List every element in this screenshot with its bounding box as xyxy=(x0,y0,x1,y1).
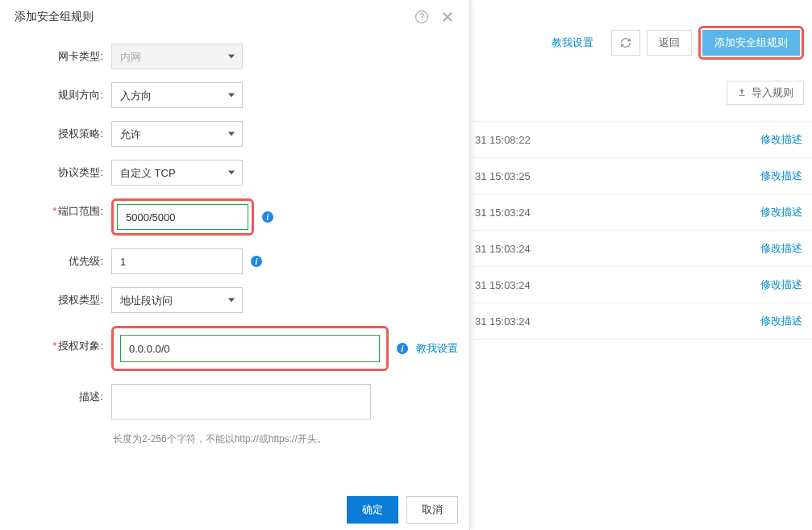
proto-type-select[interactable]: 自定义 TCP xyxy=(111,160,243,186)
cancel-button[interactable]: 取消 xyxy=(406,496,458,524)
rule-dir-select[interactable]: 入方向 xyxy=(111,82,243,108)
auth-type-select[interactable]: 地址段访问 xyxy=(111,287,243,313)
info-icon[interactable]: i xyxy=(397,343,408,354)
row-time: 31 15:03:25 xyxy=(475,170,531,182)
table-row: 31 15:03:24 修改描述 xyxy=(472,194,812,231)
back-button[interactable]: 返回 xyxy=(647,30,692,56)
add-rule-dialog: 添加安全组规则 网卡类型: 内网 规则方向: xyxy=(0,0,470,530)
port-range-highlight xyxy=(111,198,254,236)
row-auth-policy: 授权策略: 允许 xyxy=(0,121,469,147)
label-auth-policy: 授权策略: xyxy=(0,121,111,141)
priority-input[interactable] xyxy=(111,248,243,274)
nic-type-select: 内网 xyxy=(111,44,243,69)
label-description: 描述: xyxy=(0,384,111,404)
svg-point-1 xyxy=(421,20,422,21)
dialog-header-icons xyxy=(414,10,455,24)
row-time: 31 15:03:24 xyxy=(475,279,531,291)
description-textarea[interactable] xyxy=(111,384,371,419)
label-priority: 优先级: xyxy=(0,248,111,269)
label-auth-type: 授权类型: xyxy=(0,287,111,307)
dialog-body: 网卡类型: 内网 规则方向: 入方向 授权策略: xyxy=(0,35,469,446)
add-rule-button[interactable]: 添加安全组规则 xyxy=(702,30,800,56)
row-rule-dir: 规则方向: 入方向 xyxy=(0,82,469,108)
row-time: 31 15:03:24 xyxy=(475,243,531,255)
row-action-link[interactable]: 修改描述 xyxy=(760,205,802,219)
label-port-range: *端口范围: xyxy=(0,198,111,219)
row-time: 31 15:08:22 xyxy=(475,134,531,146)
auth-policy-select[interactable]: 允许 xyxy=(111,121,243,147)
info-icon[interactable]: i xyxy=(262,211,273,223)
bg-table: 31 15:08:22 修改描述 31 15:03:25 修改描述 31 15:… xyxy=(472,121,812,340)
row-auth-object: *授权对象: i 教我设置 xyxy=(0,326,469,371)
add-rule-highlight: 添加安全组规则 xyxy=(698,26,804,60)
import-rules-label: 导入规则 xyxy=(752,86,793,100)
import-rules-button[interactable]: 导入规则 xyxy=(727,81,804,105)
row-proto-type: 协议类型: 自定义 TCP xyxy=(0,160,469,186)
label-nic-type: 网卡类型: xyxy=(0,44,111,64)
dialog-footer: 确定 取消 xyxy=(347,496,458,524)
row-priority: 优先级: i xyxy=(0,248,469,274)
row-action-link[interactable]: 修改描述 xyxy=(760,241,802,256)
row-time: 31 15:03:24 xyxy=(475,315,531,328)
help-icon[interactable] xyxy=(414,10,429,24)
background-page: 教我设置 返回 添加安全组规则 导入规则 31 15:08:22 修改描述 31… xyxy=(472,0,812,530)
ok-button[interactable]: 确定 xyxy=(347,496,398,524)
bg-teach-link[interactable]: 教我设置 xyxy=(540,30,605,56)
teach-me-link[interactable]: 教我设置 xyxy=(416,341,458,356)
bg-toolbar: 教我设置 返回 添加安全组规则 xyxy=(472,0,812,76)
row-description: 描述: 长度为2-256个字符，不能以http://或https://开头。 xyxy=(0,384,469,446)
label-rule-dir: 规则方向: xyxy=(0,82,111,102)
table-row: 31 15:03:24 修改描述 xyxy=(472,231,812,267)
port-range-input[interactable] xyxy=(117,204,248,230)
row-time: 31 15:03:24 xyxy=(475,207,531,219)
table-row: 31 15:08:22 修改描述 xyxy=(472,122,812,158)
row-action-link[interactable]: 修改描述 xyxy=(760,132,802,147)
row-auth-type: 授权类型: 地址段访问 xyxy=(0,287,469,313)
upload-icon xyxy=(737,88,747,98)
row-port-range: *端口范围: i xyxy=(0,198,469,236)
table-row: 31 15:03:24 修改描述 xyxy=(472,303,812,340)
bg-import-row: 导入规则 xyxy=(472,76,812,121)
row-action-link[interactable]: 修改描述 xyxy=(760,278,802,292)
row-action-link[interactable]: 修改描述 xyxy=(760,314,802,328)
refresh-icon xyxy=(620,37,631,48)
row-action-link[interactable]: 修改描述 xyxy=(760,169,802,183)
auth-object-input[interactable] xyxy=(120,335,380,362)
label-proto-type: 协议类型: xyxy=(0,160,111,180)
table-row: 31 15:03:25 修改描述 xyxy=(472,158,812,194)
description-hint: 长度为2-256个字符，不能以http://或https://开头。 xyxy=(113,432,327,446)
dialog-title: 添加安全组规则 xyxy=(15,10,94,24)
auth-object-highlight xyxy=(111,326,389,371)
close-icon[interactable] xyxy=(440,10,455,24)
label-auth-object: *授权对象: xyxy=(0,326,111,353)
row-nic-type: 网卡类型: 内网 xyxy=(0,44,469,69)
refresh-button[interactable] xyxy=(611,30,640,56)
info-icon[interactable]: i xyxy=(251,256,262,267)
dialog-header: 添加安全组规则 xyxy=(0,0,469,35)
table-row: 31 15:03:24 修改描述 xyxy=(472,267,812,303)
